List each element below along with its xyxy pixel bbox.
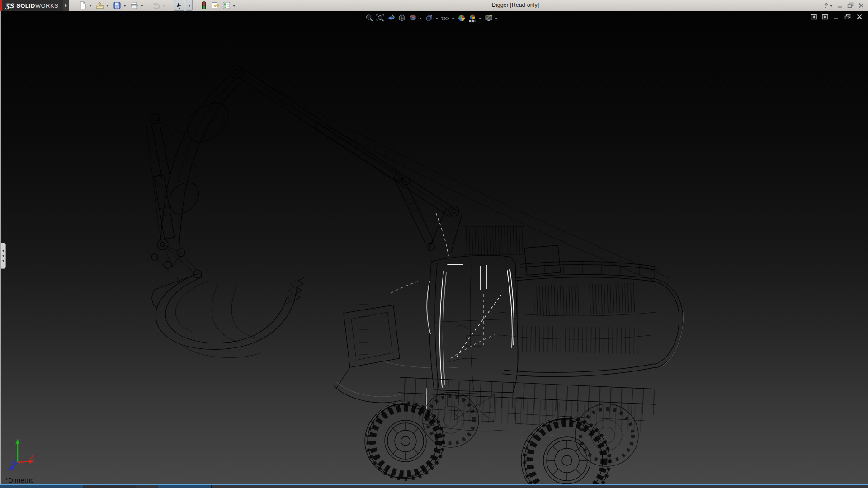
file-properties-icon <box>211 1 220 9</box>
doc-close-icon[interactable] <box>856 14 863 20</box>
help-icon[interactable]: ? <box>824 2 828 9</box>
undo-button[interactable] <box>151 0 161 10</box>
traffic-light-button[interactable] <box>199 0 209 10</box>
pane-toggle-left-icon[interactable] <box>811 14 817 20</box>
display-style-icon <box>425 14 434 23</box>
select-cursor-button[interactable] <box>174 0 184 11</box>
zoom-to-area-button[interactable] <box>375 13 385 23</box>
zoom-to-fit-button[interactable] <box>364 13 374 23</box>
taskbar-segment[interactable] <box>0 485 83 488</box>
taskbar-segment[interactable] <box>83 485 136 488</box>
display-style-button[interactable] <box>424 13 434 23</box>
minimize-icon[interactable] <box>837 2 843 9</box>
new-dropdown-icon[interactable] <box>89 5 92 8</box>
hide-show-items-button[interactable] <box>440 13 450 23</box>
view-orientation-icon <box>408 14 417 23</box>
orientation-triad: X Z <box>4 437 42 475</box>
view-orientation-label: *Dimetric <box>5 476 34 484</box>
brand-name-light: WORKS <box>35 2 58 9</box>
collapse-arrow-icon <box>1 259 4 262</box>
new-document-icon <box>79 1 87 9</box>
dassault-3ds-glyph: ƷS <box>5 2 15 9</box>
print-dropdown-icon[interactable] <box>141 5 143 8</box>
open-file-icon <box>96 1 104 9</box>
triad-x-label: X <box>30 454 34 460</box>
taskbar-segment[interactable] <box>158 485 212 488</box>
zoom-to-area-icon <box>376 14 385 23</box>
graphics-viewport[interactable]: X Z *Dimetric <box>0 11 868 485</box>
previous-view-button[interactable] <box>386 13 396 23</box>
new-document-button[interactable] <box>78 0 88 10</box>
undo-dropdown-icon <box>163 5 165 8</box>
expand-arrow-icon <box>65 4 69 7</box>
select-cursor-icon <box>175 2 183 9</box>
bottom-taskbar-sliver[interactable] <box>0 484 868 488</box>
doc-restore-icon[interactable] <box>844 14 851 20</box>
pane-toggle-right-icon[interactable] <box>822 14 828 20</box>
print-button[interactable] <box>129 0 139 10</box>
save-dropdown-icon[interactable] <box>123 5 126 8</box>
open-dropdown-icon[interactable] <box>106 5 109 8</box>
hide-show-items-icon <box>441 14 450 23</box>
view-settings-icon <box>484 14 493 23</box>
section-view-button[interactable] <box>397 13 407 23</box>
edit-appearance-button[interactable] <box>457 13 467 23</box>
feature-pane-splitter-tab[interactable] <box>1 243 6 269</box>
undo-icon <box>152 1 160 9</box>
options-checklist-icon <box>222 1 231 9</box>
help-dropdown-icon[interactable] <box>830 5 833 8</box>
heads-up-view-toolbar <box>364 13 499 23</box>
solidworks-logo: ƷS SOLID WORKS <box>0 0 69 11</box>
hide-show-items-dropdown-icon[interactable] <box>452 18 454 21</box>
wireframe-excavator-model <box>1 11 868 485</box>
view-settings-dropdown-icon[interactable] <box>495 18 498 21</box>
traffic-light-icon <box>200 1 208 9</box>
display-style-dropdown-icon[interactable] <box>435 18 438 21</box>
view-orientation-dropdown-icon[interactable] <box>419 18 422 21</box>
main-toolbar <box>78 0 237 10</box>
file-properties-button[interactable] <box>210 0 220 10</box>
open-file-button[interactable] <box>95 0 105 10</box>
window-controls: ? <box>824 0 864 11</box>
apply-scene-icon <box>468 14 477 23</box>
save-icon <box>113 1 121 9</box>
triad-z-label: Z <box>11 459 15 465</box>
apply-scene-button[interactable] <box>467 13 477 23</box>
print-icon <box>130 1 138 9</box>
apply-scene-dropdown-icon[interactable] <box>479 18 481 21</box>
view-orientation-button[interactable] <box>408 13 418 23</box>
brand-name-bold: SOLID <box>16 2 35 9</box>
options-checklist-button[interactable] <box>222 0 231 10</box>
close-icon[interactable] <box>858 2 864 9</box>
menu-expand-button[interactable] <box>63 0 69 11</box>
edit-appearance-icon <box>457 14 466 23</box>
window-title: Digger [Read-only] <box>492 2 539 8</box>
title-bar: ƷS SOLID WORKS <box>0 0 868 11</box>
zoom-to-fit-icon <box>365 14 374 23</box>
restore-icon[interactable] <box>847 2 854 9</box>
select-dropdown-button[interactable] <box>186 0 193 11</box>
collapse-arrow-icon <box>1 249 4 252</box>
document-window-controls <box>811 14 863 20</box>
doc-minimize-icon[interactable] <box>833 14 840 20</box>
previous-view-icon <box>387 14 396 23</box>
section-view-icon <box>397 14 406 23</box>
options-dropdown-icon[interactable] <box>233 5 236 8</box>
view-settings-button[interactable] <box>484 13 494 23</box>
save-button[interactable] <box>112 0 122 10</box>
collapse-arrow-icon <box>1 254 4 257</box>
